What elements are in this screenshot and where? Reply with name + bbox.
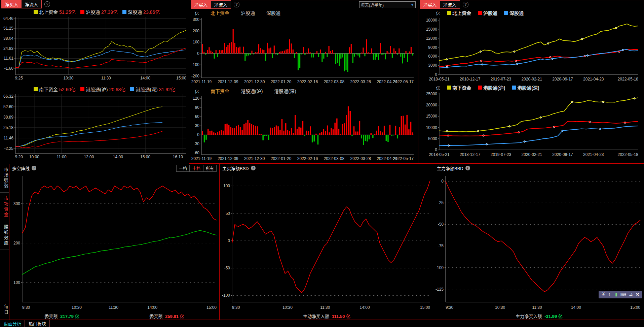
period-select[interactable]: 每天(近半年) ▼ [359, 1, 416, 8]
svg-text:-125: -125 [435, 287, 444, 292]
bbd-chart[interactable]: 0-25-50-75-100-1259:3010:3011:3014:0015:… [434, 172, 644, 311]
sidebar-item-money-effect[interactable]: 赚钱效应 [0, 221, 9, 250]
bsd-chart[interactable]: 100500-50-1009:3010:3011:3014:0015:00 [220, 172, 433, 311]
bsd-header: 主买净额BSD i [220, 164, 434, 172]
daily-flow-panel: 净买入 净流入 ? 每天(近半年) ▼ 亿 北上资金 沪股通 深股通 30020… [189, 0, 418, 164]
bid-amount-value: 259.81 亿 [165, 313, 184, 319]
series-swatch [478, 86, 482, 90]
series-swatch [34, 10, 38, 14]
help-icon[interactable]: ? [44, 1, 50, 7]
active-net-buy: 主动净买入额111.50 亿 [303, 313, 350, 319]
svg-text:200: 200 [193, 29, 199, 33]
sidebar-item-daily[interactable]: 每日 [0, 301, 9, 319]
northbound-cumulative-legend: 亿 北上资金 沪股通 深股通 [436, 10, 524, 16]
tab-shanghai-connect[interactable]: 沪股通 [241, 9, 255, 16]
svg-text:10:30: 10:30 [63, 76, 73, 80]
svg-text:2021-12-30: 2021-12-30 [244, 79, 265, 84]
southbound-cumulative-chart[interactable]: 25000200001500010000500002018-05-212018-… [418, 91, 644, 158]
compare-icon[interactable]: ⇄ [629, 292, 633, 297]
net-flow-button[interactable]: 净流入 [211, 1, 231, 8]
svg-text:9:30: 9:30 [232, 305, 240, 310]
info-icon[interactable]: i [465, 166, 470, 170]
svg-text:2018-05-21: 2018-05-21 [429, 77, 450, 81]
northbound-cumulative-chart[interactable]: 18000150001200090006000300002018-05-2120… [418, 16, 644, 83]
legend-label: 南下资金 [452, 84, 471, 91]
series-swatch [504, 11, 508, 15]
tab-northbound[interactable]: 北上资金 [211, 9, 229, 16]
net-flow-button[interactable]: 净流入 [440, 1, 460, 8]
svg-text:15000: 15000 [426, 114, 438, 119]
tab-southbound[interactable]: 南下资金 [211, 88, 229, 94]
net-buy-button[interactable]: 净买入 [2, 0, 22, 8]
southbound-daily-chart[interactable]: 1209060300-30-602021-11-192021-12-092021… [189, 94, 418, 162]
bbd-header: 主力净额BBD i [434, 164, 644, 172]
language-icon[interactable]: 英 [601, 292, 605, 297]
svg-text:-50: -50 [438, 222, 444, 227]
ask-amount-value: 217.79 亿 [60, 313, 79, 319]
panel-title: 主力净额BBD [437, 165, 463, 171]
tab-hk-connect-sz[interactable]: 港股通(深) [274, 88, 296, 94]
svg-text:2022-03-08: 2022-03-08 [324, 156, 345, 161]
svg-text:25000: 25000 [426, 92, 438, 96]
southbound-intraday-legend: 南下资金52.60亿 港股通(沪)20.68亿 港股通(深)31.92亿 [34, 86, 176, 92]
bid-amount: 委买额259.81 亿 [149, 313, 184, 319]
sidebar-item-market-strength[interactable]: 市场强弱 [0, 164, 9, 193]
svg-text:2020-02-21: 2020-02-21 [522, 152, 542, 157]
svg-text:2022-05-17: 2022-05-17 [393, 79, 414, 84]
svg-text:-100: -100 [222, 293, 230, 298]
svg-text:11:30: 11:30 [101, 76, 111, 80]
svg-text:10:30: 10:30 [282, 305, 293, 310]
help-icon[interactable]: ? [234, 2, 239, 7]
northbound-daily-chart[interactable]: 3002001000-100-2002021-11-192021-12-0920… [189, 16, 418, 85]
tab-shenzhen-connect[interactable]: 深股通 [266, 9, 280, 16]
depth-10-button[interactable]: 十档 [190, 165, 203, 172]
sidebar-item-market-funds[interactable]: 市场资金 [0, 193, 9, 221]
depth-1-button[interactable]: 一档 [176, 165, 190, 172]
net-buy-button[interactable]: 净买入 [420, 1, 440, 8]
svg-text:9:20: 9:20 [15, 155, 23, 159]
ask-amount: 委卖额217.79 亿 [44, 313, 79, 319]
bbd-panel: 主力净额BBD i 0-25-50-75-100-1259:3010:3011:… [434, 164, 644, 320]
series-swatch [122, 10, 126, 14]
tab-hk-connect-sh[interactable]: 港股通(沪) [241, 88, 263, 94]
southbound-intraday-chart[interactable]: 66.3252.6038.8925.1811.46-2.259:2010:001… [0, 92, 188, 160]
unit-label: 亿 [195, 10, 199, 16]
northbound-intraday-chart[interactable]: 64.4651.2538.0424.8311.61-1.609:2510:301… [0, 15, 188, 81]
svg-text:9000: 9000 [428, 45, 437, 50]
svg-text:2022-05-18: 2022-05-18 [618, 77, 639, 81]
depth-all-button[interactable]: 所有 [203, 165, 217, 172]
legend-label: 港股通(深) [517, 84, 539, 91]
svg-text:2019-07-23: 2019-07-23 [491, 77, 512, 81]
tab-hot-sectors[interactable]: 热门板块 [25, 320, 50, 327]
series-swatch [80, 10, 84, 14]
night-mode-icon[interactable]: ☾ [608, 292, 612, 297]
bull-bear-chart[interactable]: 3002001009:3010:3011:3014:0015:00 [9, 172, 219, 311]
keyboard-icon[interactable]: ⌨ [620, 292, 626, 297]
unit-label: 亿 [195, 88, 199, 94]
legend-item: 沪股通27.39亿 [80, 8, 118, 15]
svg-text:38.04: 38.04 [3, 36, 13, 41]
series-swatch [512, 86, 516, 90]
svg-text:14:00: 14:00 [147, 305, 157, 310]
svg-text:30: 30 [195, 123, 200, 128]
series-swatch [34, 87, 38, 91]
help-icon[interactable]: ? [463, 2, 468, 7]
tab-market-analysis[interactable]: 盘面分析 [0, 320, 25, 327]
series-swatch [130, 87, 134, 91]
svg-text:14:00: 14:00 [360, 305, 370, 310]
svg-text:2020-09-17: 2020-09-17 [552, 152, 573, 157]
svg-text:16:10: 16:10 [173, 155, 183, 159]
svg-text:2022-03-28: 2022-03-28 [350, 156, 371, 161]
svg-text:38.89: 38.89 [3, 115, 13, 120]
panel-a-header: 净买入 净流入 ? [0, 0, 189, 8]
info-icon[interactable]: i [32, 166, 36, 170]
svg-text:6000: 6000 [428, 54, 437, 59]
kline-icon[interactable]: ▮ [615, 292, 617, 297]
active-net-buy-value: 111.50 亿 [332, 313, 350, 319]
net-buy-button[interactable]: 净买入 [191, 1, 211, 8]
svg-text:2022-01-20: 2022-01-20 [271, 156, 292, 161]
net-flow-button[interactable]: 净流入 [22, 0, 41, 8]
info-icon[interactable]: i [251, 166, 256, 170]
tools-icon[interactable]: ⚒ [636, 292, 639, 297]
svg-text:2022-03-08: 2022-03-08 [324, 79, 345, 84]
